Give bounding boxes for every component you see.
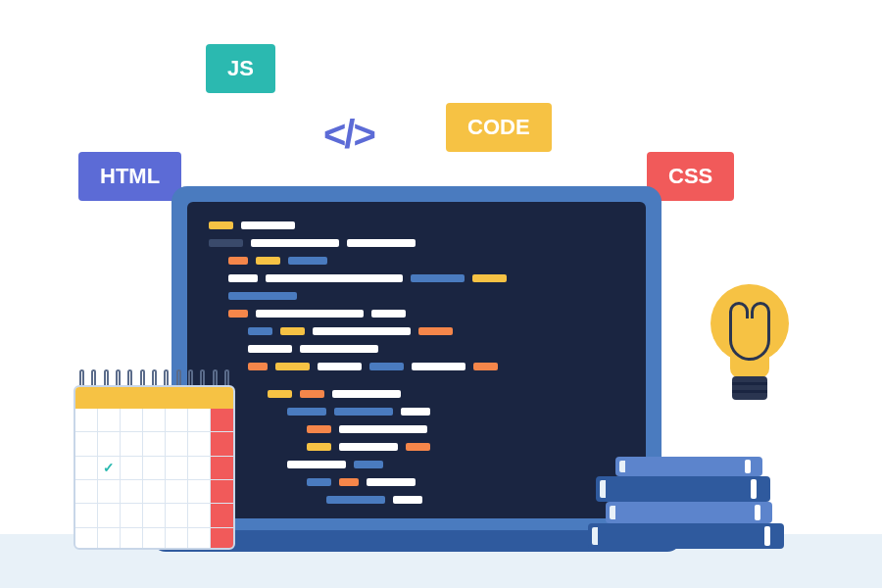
badge-code: CODE (446, 103, 552, 152)
laptop-screen (187, 202, 646, 518)
badge-js: JS (206, 44, 275, 93)
badge-html: HTML (78, 152, 181, 201)
calendar-grid: ✓ (75, 409, 233, 550)
book (588, 523, 784, 549)
books-stack (588, 451, 784, 549)
calendar: ✓ (74, 379, 235, 551)
calendar-header (75, 387, 233, 409)
book (596, 476, 770, 502)
calendar-body: ✓ (74, 385, 235, 550)
lightbulb-icon (706, 284, 794, 421)
calendar-checked-cell: ✓ (98, 457, 121, 480)
code-glyph-icon: </> (323, 113, 374, 157)
book (615, 457, 762, 476)
book (606, 502, 772, 523)
